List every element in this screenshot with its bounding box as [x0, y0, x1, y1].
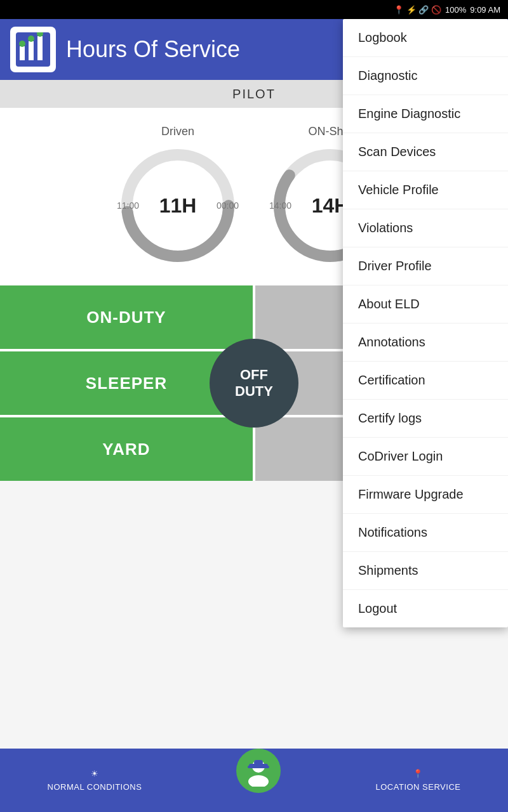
- page-title: Hours Of Service: [66, 36, 240, 63]
- dropdown-item-annotations[interactable]: Annotations: [343, 324, 508, 362]
- bottom-nav: ☀ NORMAL CONDITIONS 📍 LOCATION SERVICE: [0, 749, 508, 812]
- off-duty-label: OFF: [240, 367, 268, 383]
- svg-point-12: [248, 775, 269, 787]
- dropdown-item-certification[interactable]: Certification: [343, 362, 508, 400]
- driven-value: 11H: [159, 193, 197, 217]
- dropdown-item-engine-diagnostic[interactable]: Engine Diagnostic: [343, 95, 508, 133]
- driven-gauge-wrap: 11:00 00:00 11H: [114, 142, 241, 269]
- normal-conditions-label: NORMAL CONDITIONS: [48, 782, 142, 792]
- yard-button[interactable]: YARD: [0, 417, 253, 481]
- off-duty-button[interactable]: OFF DUTY: [210, 339, 298, 428]
- svg-point-4: [19, 41, 25, 47]
- onshift-left-label: 14:00: [269, 200, 291, 211]
- svg-rect-14: [254, 760, 263, 765]
- svg-rect-1: [20, 46, 25, 60]
- dropdown-item-diagnostic[interactable]: Diagnostic: [343, 57, 508, 95]
- location-service-label: LOCATION SERVICE: [376, 782, 461, 792]
- dropdown-item-notifications[interactable]: Notifications: [343, 514, 508, 552]
- on-duty-button[interactable]: ON-DUTY: [0, 285, 253, 349]
- app-logo: [10, 27, 56, 72]
- dropdown-item-logbook[interactable]: Logbook: [343, 19, 508, 57]
- dropdown-item-violations[interactable]: Violations: [343, 209, 508, 247]
- dropdown-item-about-eld[interactable]: About ELD: [343, 285, 508, 324]
- normal-conditions-nav[interactable]: ☀ NORMAL CONDITIONS: [48, 769, 142, 792]
- status-bar: 📍 ⚡ 🔗 🚫 100% 9:09 AM: [0, 0, 508, 19]
- status-icons: 📍 ⚡ 🔗 🚫: [394, 5, 441, 15]
- dropdown-item-logout[interactable]: Logout: [343, 590, 508, 627]
- driven-label: Driven: [161, 125, 194, 138]
- svg-rect-15: [248, 766, 269, 768]
- dropdown-item-scan-devices[interactable]: Scan Devices: [343, 133, 508, 171]
- driver-avatar: [236, 749, 281, 793]
- dropdown-item-vehicle-profile[interactable]: Vehicle Profile: [343, 171, 508, 209]
- driven-left-label: 11:00: [117, 200, 139, 211]
- dropdown-item-certify-logs[interactable]: Certify logs: [343, 400, 508, 438]
- dropdown-item-driver-profile[interactable]: Driver Profile: [343, 247, 508, 285]
- svg-rect-2: [29, 41, 34, 60]
- time: 9:09 AM: [470, 5, 500, 15]
- dropdown-item-firmware-upgrade[interactable]: Firmware Upgrade: [343, 476, 508, 514]
- location-service-nav[interactable]: 📍 LOCATION SERVICE: [376, 769, 461, 792]
- svg-rect-3: [37, 36, 43, 60]
- pilot-label: PILOT: [232, 87, 276, 102]
- svg-point-5: [28, 36, 34, 42]
- sun-icon: ☀: [91, 769, 99, 778]
- location-off-icon: 📍: [413, 769, 424, 778]
- driven-gauge: Driven 11:00 00:00 11H: [114, 125, 241, 269]
- dropdown-item-codriver-login[interactable]: CoDriver Login: [343, 438, 508, 476]
- driver-profile-nav[interactable]: [236, 749, 281, 793]
- off-duty-label2: DUTY: [235, 383, 273, 400]
- dropdown-item-shipments[interactable]: Shipments: [343, 552, 508, 590]
- driven-right-label: 00:00: [217, 200, 239, 211]
- dropdown-menu: LogbookDiagnosticEngine DiagnosticScan D…: [343, 19, 508, 627]
- battery: 100%: [445, 5, 466, 15]
